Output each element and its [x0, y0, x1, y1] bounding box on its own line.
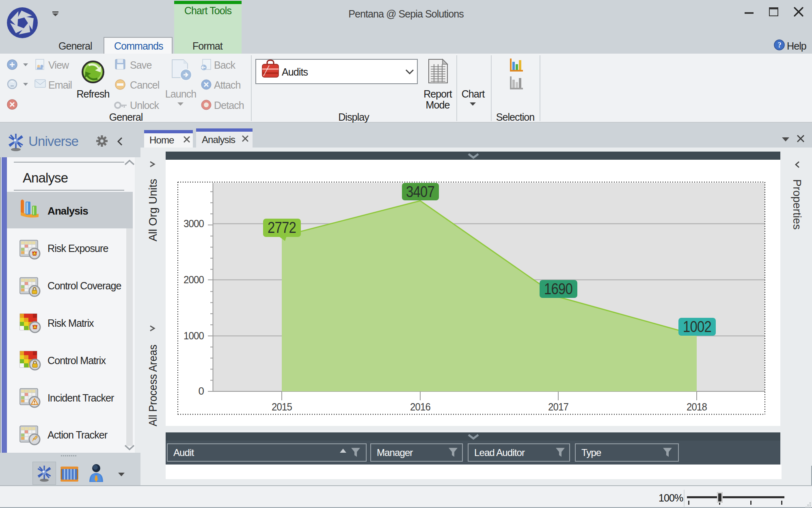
- svg-text:1000: 1000: [184, 330, 204, 342]
- svg-text:Unlock: Unlock: [130, 100, 159, 111]
- svg-text:Back: Back: [214, 59, 235, 71]
- svg-text:All Org Units: All Org Units: [147, 179, 159, 241]
- svg-text:Audits: Audits: [282, 66, 308, 78]
- svg-text:3407: 3407: [406, 183, 434, 200]
- svg-text:Email: Email: [48, 79, 72, 91]
- svg-text:2017: 2017: [548, 401, 568, 413]
- svg-text:All Process Areas: All Process Areas: [147, 345, 159, 426]
- svg-text:Detach: Detach: [214, 100, 244, 111]
- svg-text:Chart: Chart: [462, 88, 485, 100]
- svg-text:View: View: [48, 59, 69, 71]
- svg-text:2772: 2772: [268, 219, 296, 236]
- svg-text:Launch: Launch: [165, 88, 197, 100]
- svg-text:2015: 2015: [272, 401, 292, 413]
- svg-text:3000: 3000: [184, 217, 204, 230]
- svg-text:2016: 2016: [410, 401, 430, 413]
- svg-text:Cancel: Cancel: [130, 79, 159, 91]
- svg-text:Mode: Mode: [426, 99, 450, 111]
- svg-text:2000: 2000: [184, 274, 204, 286]
- svg-text:1002: 1002: [683, 318, 711, 335]
- svg-text:Properties: Properties: [791, 179, 803, 230]
- svg-text:Attach: Attach: [214, 79, 240, 91]
- svg-text:Refresh: Refresh: [76, 88, 109, 100]
- svg-text:Save: Save: [130, 59, 151, 71]
- svg-text:0: 0: [198, 385, 204, 397]
- svg-text:1690: 1690: [544, 280, 572, 297]
- svg-text:Report: Report: [423, 88, 452, 100]
- svg-text:?: ?: [777, 41, 781, 49]
- svg-text:2018: 2018: [687, 401, 707, 413]
